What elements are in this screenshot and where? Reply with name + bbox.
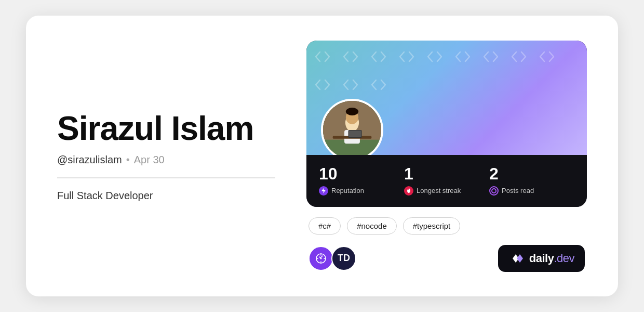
streak-label-row: Longest streak: [404, 186, 489, 196]
horizontal-divider: [57, 177, 275, 178]
join-date: Apr 30: [134, 154, 165, 166]
dailydev-suffix: .dev: [554, 252, 574, 265]
streak-value: 1: [404, 165, 489, 182]
avatar-image: [323, 101, 381, 155]
profile-card-container: Sirazul Islam @sirazulislam • Apr 30 Ful…: [26, 16, 618, 296]
svg-point-9: [492, 189, 496, 193]
reputation-label-row: Reputation: [319, 186, 404, 196]
tags-row: #c# #nocode #typescript: [306, 217, 460, 235]
reputation-value: 10: [319, 165, 404, 182]
streak-icon: [404, 186, 413, 196]
user-handle-row: @sirazulislam • Apr 30: [57, 154, 286, 166]
user-handle: @sirazulislam: [57, 154, 122, 166]
posts-label-row: Posts read: [489, 186, 574, 196]
tag-nocode[interactable]: #nocode: [347, 217, 397, 235]
user-name: Sirazul Islam: [57, 110, 286, 147]
bottom-row: TD daily.dev: [306, 245, 587, 272]
stat-streak: 1 Longest streak: [404, 165, 489, 196]
reputation-label: Reputation: [331, 187, 364, 194]
compass-avatar[interactable]: [308, 246, 333, 271]
stat-posts: 2 Posts read: [489, 165, 574, 196]
dailydev-daily: daily: [529, 252, 554, 265]
stat-reputation: 10 Reputation: [319, 165, 404, 196]
user-bio: Full Stack Developer: [57, 190, 286, 202]
svg-rect-8: [348, 130, 361, 136]
cover-image: [306, 41, 587, 155]
posts-label: Posts read: [502, 187, 534, 194]
follower-avatars: TD: [308, 246, 352, 271]
streak-label: Longest streak: [417, 187, 461, 194]
posts-value: 2: [489, 165, 574, 182]
right-section: 10 Reputation 1: [306, 41, 587, 272]
avatar: [321, 99, 383, 155]
left-section: Sirazul Islam @sirazulislam • Apr 30 Ful…: [57, 110, 306, 202]
tag-c[interactable]: #c#: [308, 217, 341, 235]
reputation-icon: [319, 186, 328, 196]
profile-visual-card: 10 Reputation 1: [306, 41, 587, 207]
dailydev-logo[interactable]: daily.dev: [498, 245, 585, 272]
separator-dot: •: [126, 154, 130, 166]
stats-section: 10 Reputation 1: [306, 155, 587, 207]
td-avatar[interactable]: TD: [331, 246, 356, 271]
tag-typescript[interactable]: #typescript: [403, 217, 461, 235]
posts-icon: [489, 186, 499, 196]
dailydev-brand-icon: [508, 250, 525, 267]
svg-point-5: [346, 108, 358, 115]
td-avatar-initials: TD: [338, 253, 350, 264]
dailydev-text: daily.dev: [529, 252, 574, 265]
